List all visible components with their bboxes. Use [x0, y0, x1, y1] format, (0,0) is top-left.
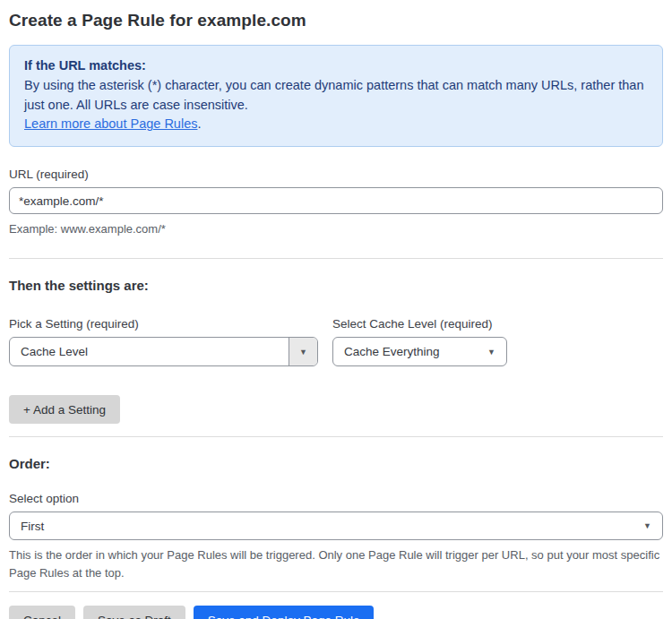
learn-more-link[interactable]: Learn more about Page Rules: [24, 116, 197, 131]
order-dropdown-value: First: [10, 512, 640, 539]
order-section-heading: Order:: [9, 456, 663, 471]
divider-before-footer: [9, 591, 663, 592]
save-as-draft-button[interactable]: Save as Draft: [83, 606, 185, 619]
chevron-down-icon: ▼: [640, 512, 662, 539]
setting-picker-dropdown[interactable]: Cache Level ▼: [9, 337, 318, 366]
footer-actions: Cancel Save as Draft Save and Deploy Pag…: [9, 606, 663, 619]
cache-level-picker-label: Select Cache Level (required): [332, 317, 507, 331]
info-box-body: By using the asterisk (*) character, you…: [24, 76, 648, 116]
url-example-helper: Example: www.example.com/*: [9, 220, 663, 238]
url-match-info-box: If the URL matches: By using the asteris…: [9, 45, 663, 147]
save-and-deploy-button[interactable]: Save and Deploy Page Rule: [194, 606, 375, 619]
url-input[interactable]: [9, 187, 663, 214]
order-helper-text: This is the order in which your Page Rul…: [9, 546, 663, 582]
link-suffix-period: .: [197, 116, 201, 131]
order-dropdown[interactable]: First ▼: [9, 512, 663, 540]
settings-row: Pick a Setting (required) Cache Level ▼ …: [9, 317, 663, 366]
settings-section-heading: Then the settings are:: [9, 278, 663, 293]
info-box-heading: If the URL matches:: [24, 56, 648, 76]
divider-before-order: [9, 436, 663, 437]
setting-picker-label: Pick a Setting (required): [9, 317, 318, 331]
cache-level-dropdown[interactable]: Cache Everything ▼: [332, 337, 507, 366]
cache-level-value: Cache Everything: [333, 338, 484, 365]
add-setting-button[interactable]: + Add a Setting: [9, 395, 120, 424]
chevron-down-icon: ▼: [484, 338, 506, 365]
page-title: Create a Page Rule for example.com: [9, 11, 663, 30]
divider-after-url: [9, 258, 663, 259]
page-rule-form: Create a Page Rule for example.com If th…: [0, 11, 672, 619]
url-field-label: URL (required): [9, 168, 663, 181]
info-box-link-line: Learn more about Page Rules.: [24, 115, 648, 134]
order-select-label: Select option: [9, 492, 663, 505]
setting-picker-value: Cache Level: [10, 338, 289, 365]
cache-level-picker-group: Select Cache Level (required) Cache Ever…: [332, 317, 507, 366]
setting-picker-group: Pick a Setting (required) Cache Level ▼: [9, 317, 318, 366]
chevron-down-icon: ▼: [289, 338, 317, 365]
cancel-button[interactable]: Cancel: [9, 606, 75, 619]
